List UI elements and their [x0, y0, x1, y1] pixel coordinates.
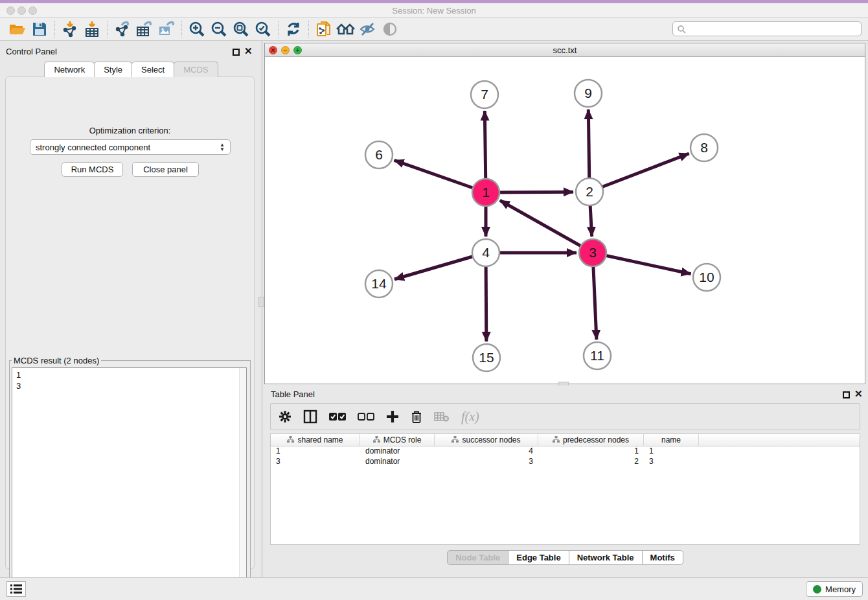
toolbar-separator [107, 21, 108, 38]
table-header-row: shared nameMCDS rolesuccessor nodesprede… [271, 434, 860, 446]
delete-table-icon [434, 411, 450, 422]
close-panel-button[interactable]: Close panel [132, 162, 199, 177]
table-cell: 4 [435, 446, 538, 457]
close-panel-icon[interactable]: ✕ [244, 47, 253, 54]
hierarchy-icon [451, 435, 459, 444]
edge-2-8[interactable] [589, 154, 689, 192]
show-columns-icon[interactable] [303, 410, 317, 424]
tab-edge-table[interactable]: Edge Table [508, 550, 569, 565]
close-table-panel-icon[interactable]: ✕ [854, 390, 863, 397]
hierarchy-icon [287, 435, 294, 444]
import-network-icon[interactable] [59, 19, 81, 39]
column-header-predecessor-nodes[interactable]: predecessor nodes [538, 434, 644, 446]
control-panel-title: Control Panel [6, 47, 57, 56]
node-label-1: 1 [482, 185, 490, 200]
open-session-icon[interactable] [6, 19, 29, 39]
export-table-icon[interactable] [133, 19, 155, 39]
window-title: Session: New Session [0, 6, 868, 16]
table-cell: 3 [644, 457, 699, 467]
node-table[interactable]: shared nameMCDS rolesuccessor nodesprede… [270, 433, 860, 545]
edge-3-10[interactable] [593, 253, 691, 274]
table-cell: 1 [271, 446, 360, 457]
vertical-splitter-handle[interactable] [258, 297, 264, 307]
memory-status-icon [813, 585, 821, 594]
criterion-select[interactable]: strongly connected component ▲▼ [30, 139, 231, 155]
delete-column-icon[interactable] [411, 410, 422, 424]
column-header-successor-nodes[interactable]: successor nodes [435, 434, 538, 446]
clone-network-icon[interactable] [313, 19, 335, 39]
tab-mcds[interactable]: MCDS [174, 62, 218, 77]
table-cell: dominator [360, 457, 435, 467]
node-label-6: 6 [375, 147, 383, 162]
mcds-result-text: 1 3 [16, 369, 21, 391]
tab-motifs[interactable]: Motifs [642, 550, 683, 565]
zoom-out-icon[interactable] [208, 19, 230, 39]
app-titlebar: Session: New Session [0, 3, 868, 18]
table-body: 1dominator4113dominator323 [271, 446, 860, 467]
table-panel-title: Table Panel [271, 389, 315, 399]
table-row[interactable]: 3dominator323 [271, 457, 860, 467]
zoom-in-icon[interactable] [186, 19, 208, 39]
table-row[interactable]: 1dominator411 [271, 446, 860, 457]
tab-style[interactable]: Style [94, 62, 132, 77]
hierarchy-icon [553, 435, 560, 444]
toolbar-separator [54, 21, 55, 38]
export-network-icon[interactable] [111, 19, 133, 39]
control-panel: Control Panel ✕ NetworkStyleSelectMCDS O… [0, 41, 262, 577]
search-input[interactable] [686, 25, 861, 34]
zoom-fit-icon[interactable] [230, 19, 252, 39]
save-session-icon[interactable] [29, 19, 51, 39]
float-table-panel-icon[interactable] [843, 389, 850, 401]
refresh-icon[interactable] [282, 19, 304, 39]
mcds-result-legend: MCDS result (2 nodes) [12, 356, 101, 365]
function-builder-icon: f(x) [461, 410, 479, 424]
table-settings-icon[interactable] [279, 410, 291, 423]
table-cell: dominator [360, 446, 435, 457]
column-header-MCDS-role[interactable]: MCDS role [360, 434, 435, 446]
edge-1-6[interactable] [394, 160, 486, 192]
table-cell: 2 [538, 457, 644, 467]
table-toolbar: f(x) [270, 403, 860, 430]
memory-button[interactable]: Memory [806, 581, 863, 597]
deselect-all-icon[interactable] [358, 412, 374, 421]
mcds-result-box[interactable]: 1 3 [12, 367, 247, 595]
tab-network[interactable]: Network [44, 62, 95, 77]
add-column-icon[interactable] [386, 410, 399, 423]
node-label-7: 7 [481, 87, 488, 102]
float-panel-icon[interactable] [233, 47, 240, 58]
mcds-result-fieldset: MCDS result (2 nodes) 1 3 [9, 356, 251, 600]
node-label-11: 11 [590, 348, 604, 363]
memory-label: Memory [825, 584, 856, 594]
table-cell: 3 [435, 457, 538, 467]
node-label-10: 10 [699, 270, 714, 284]
search-box[interactable] [672, 21, 862, 36]
main-toolbar [0, 18, 868, 41]
node-label-9: 9 [584, 86, 592, 100]
export-image-icon[interactable] [155, 19, 177, 39]
run-mcds-button[interactable]: Run MCDS [62, 162, 123, 177]
show-all-icon[interactable] [379, 19, 401, 39]
toolbar-separator [181, 21, 182, 38]
first-neighbors-icon[interactable] [335, 19, 357, 39]
toolbar-separator [278, 21, 279, 38]
network-canvas[interactable]: 1234678910111415 [265, 57, 865, 384]
node-label-15: 15 [479, 350, 494, 365]
column-header-name[interactable]: name [644, 434, 699, 446]
zoom-selected-icon[interactable] [252, 19, 274, 39]
tab-network-table[interactable]: Network Table [569, 550, 643, 565]
tab-select[interactable]: Select [131, 62, 174, 77]
table-cell: 1 [538, 446, 644, 457]
edge-3-1[interactable] [500, 200, 593, 253]
network-window-titlebar: ✕ − + scc.txt [265, 43, 865, 57]
task-history-button[interactable] [6, 581, 26, 597]
table-tabs: Node TableEdge TableNetwork TableMotifs [264, 550, 865, 565]
select-all-icon[interactable] [329, 412, 346, 421]
import-table-icon[interactable] [81, 19, 103, 39]
criterion-value: strongly connected component [36, 143, 150, 152]
result-scrollbar[interactable] [239, 368, 246, 595]
network-window-title: scc.txt [265, 45, 865, 55]
hide-selected-icon[interactable] [357, 19, 379, 39]
column-header-shared-name[interactable]: shared name [271, 434, 360, 446]
node-label-2: 2 [586, 184, 593, 199]
tab-node-table[interactable]: Node Table [447, 550, 508, 565]
